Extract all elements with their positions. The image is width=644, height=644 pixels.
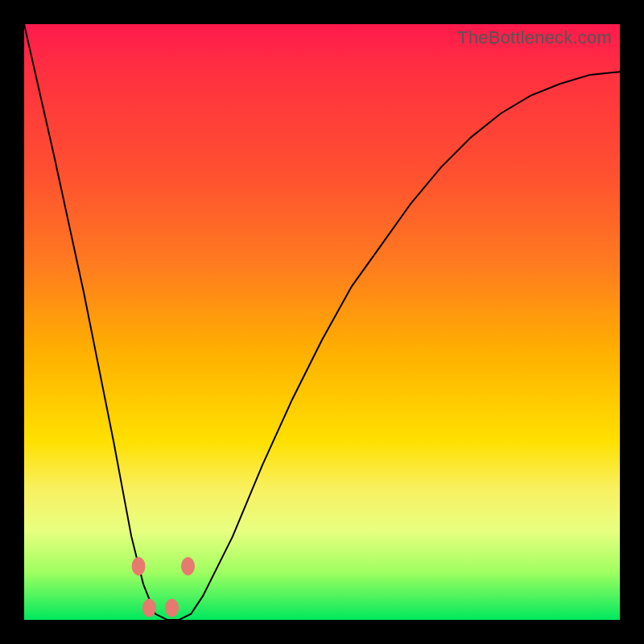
curve-marker	[132, 557, 145, 575]
chart-frame: TheBottleneck.com	[0, 0, 644, 644]
curve-marker	[166, 599, 179, 617]
bottleneck-curve	[24, 24, 620, 620]
curve-marker	[182, 557, 195, 575]
plot-area: TheBottleneck.com	[24, 24, 620, 620]
curve-marker	[142, 599, 155, 617]
curve-svg	[24, 24, 620, 620]
markers-group	[132, 557, 194, 617]
